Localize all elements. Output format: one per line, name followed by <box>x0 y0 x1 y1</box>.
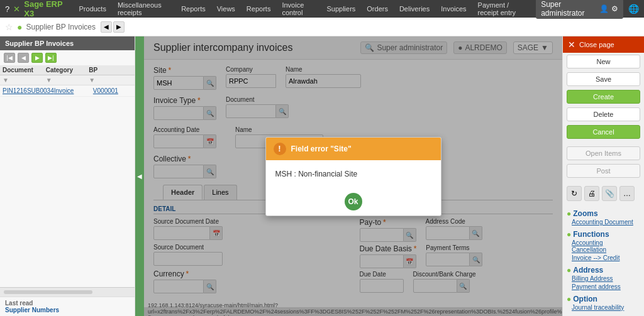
accounting-doc-link[interactable]: Accounting Document <box>567 218 640 226</box>
delete-btn[interactable]: Delete <box>567 107 640 121</box>
scroll-bar[interactable] <box>4 290 92 294</box>
col-category: Category <box>46 67 89 74</box>
filter-category-icon[interactable]: ▼ <box>46 77 89 84</box>
new-btn[interactable]: New <box>567 55 640 68</box>
field-error-modal: ! Field error "Site" MSH : Non-financial… <box>265 137 441 216</box>
nav-misc-receipts[interactable]: Miscellaneous receipts <box>113 0 175 18</box>
supplier-numbers-link[interactable]: Supplier Numbers <box>5 307 130 313</box>
filter-bp-icon[interactable]: ▼ <box>89 77 132 84</box>
main-layout: Supplier BP Invoices |◀ ◀ ▶ ▶| Document … <box>0 36 644 316</box>
option-section: ● Option Journal traceability <box>563 293 644 313</box>
favorites-icon[interactable]: ☆ <box>5 22 13 32</box>
col-document: Document <box>3 67 46 74</box>
save-btn[interactable]: Save <box>567 72 640 86</box>
nav-deliveries[interactable]: Deliveries <box>394 4 435 14</box>
zooms-section: ● Zooms Accounting Document <box>563 207 644 228</box>
item-category[interactable]: Invoice <box>54 87 93 94</box>
close-page-btn[interactable]: ✕ Close page <box>563 36 644 53</box>
info-icon: ● <box>17 22 22 32</box>
post-btn[interactable]: Post <box>567 164 640 178</box>
nav-reports[interactable]: Reports <box>176 4 211 14</box>
filter-row: ▼ ▼ ▼ <box>0 75 135 85</box>
admin-avatar-icon: 👤 <box>599 4 609 13</box>
journal-trace-link[interactable]: Journal traceability <box>567 303 640 312</box>
payment-addr-link[interactable]: Payment address <box>567 283 640 291</box>
top-bar-right: Super administrator 👤 ⚙ 🌐 <box>536 0 639 19</box>
last-read-label: Last read <box>5 300 130 307</box>
cancel-btn[interactable]: Cancel <box>567 125 640 139</box>
selection-section: ● Selection <box>563 313 644 316</box>
list-spacer <box>0 97 135 287</box>
breadcrumb: ☆ ● Supplier BP Invoices <box>5 22 96 32</box>
functions-section: ● Functions Accounting Cancellation Invo… <box>563 228 644 264</box>
nav-payment-receipt[interactable]: Payment / receipt entry <box>473 0 536 18</box>
left-panel-header: Supplier BP Invoices <box>0 36 135 50</box>
modal-warning-icon: ! <box>274 143 286 155</box>
app-logo: Sage ERP X3 <box>24 0 70 18</box>
close-top-icon[interactable]: ✕ <box>13 4 20 14</box>
modal-footer: Ok <box>266 188 441 215</box>
attach-icon[interactable]: 📎 <box>602 186 617 201</box>
top-nav: Products Miscellaneous receipts Reports … <box>74 0 536 18</box>
option-label: Option <box>573 295 597 303</box>
nav-invoice-control[interactable]: Invoice control <box>277 0 320 18</box>
nav-first-btn[interactable]: |◀ <box>4 53 15 63</box>
functions-label: Functions <box>573 230 609 239</box>
right-panel-icons: ↻ 🖨 📎 … <box>563 183 644 204</box>
refresh-icon[interactable]: ↻ <box>567 186 582 201</box>
nav-prev-btn[interactable]: ◀ <box>18 53 29 63</box>
billing-addr-link[interactable]: Billing Address <box>567 275 640 283</box>
list-header: Document Category BP <box>0 65 135 75</box>
nav-orders[interactable]: Orders <box>362 4 393 14</box>
nav-reports2[interactable]: Reports <box>242 4 276 14</box>
col-bp: BP <box>89 67 132 74</box>
admin-settings-icon: ⚙ <box>611 4 618 13</box>
address-label: Address <box>573 266 603 275</box>
top-bar-left: ? ✕ Sage ERP X3 Products Miscellaneous r… <box>5 0 536 18</box>
list-item[interactable]: PIN1216SUB0034 Invoice V000001 <box>0 85 135 97</box>
inv-credit-link[interactable]: Invoice --> Credit <box>567 254 640 262</box>
nav-back-btn[interactable]: ◀ <box>101 21 112 33</box>
modal-header: ! Field error "Site" <box>266 138 441 160</box>
admin-label: Super administrator <box>541 0 597 18</box>
left-panel-footer: Last read Supplier Numbers <box>0 297 135 316</box>
item-bp[interactable]: V000001 <box>93 87 132 94</box>
more-icon[interactable]: … <box>619 186 635 201</box>
zooms-label: Zooms <box>573 209 597 218</box>
left-collapse-btn[interactable]: ◀ <box>135 36 144 316</box>
print-icon[interactable]: 🖨 <box>584 186 599 201</box>
nav-views[interactable]: Views <box>212 4 240 14</box>
nav-products[interactable]: Products <box>74 4 111 14</box>
nav-next-btn[interactable]: ▶ <box>31 53 43 63</box>
close-page-label: Close page <box>579 41 614 48</box>
functions-title[interactable]: ● Functions <box>567 230 640 239</box>
nav-suppliers[interactable]: Suppliers <box>321 4 360 14</box>
acct-cancel-link[interactable]: Accounting Cancellation <box>567 239 640 254</box>
left-panel: Supplier BP Invoices |◀ ◀ ▶ ▶| Document … <box>0 36 135 316</box>
admin-badge: Super administrator 👤 ⚙ <box>536 0 623 19</box>
nav-last-btn[interactable]: ▶| <box>45 53 57 63</box>
globe-icon[interactable]: 🌐 <box>628 4 639 14</box>
nav-invoices[interactable]: Invoices <box>436 4 471 14</box>
modal-ok-button[interactable]: Ok <box>345 193 362 210</box>
top-bar: ? ✕ Sage ERP X3 Products Miscellaneous r… <box>0 0 644 18</box>
modal-title: Field error "Site" <box>291 144 352 153</box>
filter-document-icon[interactable]: ▼ <box>3 77 46 84</box>
second-bar: ☆ ● Supplier BP Invoices ◀ ▶ <box>0 18 644 36</box>
modal-overlay: ! Field error "Site" MSH : Non-financial… <box>144 36 562 316</box>
zooms-title[interactable]: ● Zooms <box>567 209 640 218</box>
option-expand-icon: ● <box>567 295 571 303</box>
functions-expand-icon: ● <box>567 230 571 239</box>
nav-forward-btn[interactable]: ▶ <box>113 21 125 33</box>
scroll-area <box>0 287 135 297</box>
zooms-expand-icon: ● <box>567 209 571 218</box>
item-document[interactable]: PIN1216SUB0034 <box>3 87 54 94</box>
option-title[interactable]: ● Option <box>567 295 640 303</box>
address-expand-icon: ● <box>567 266 571 275</box>
create-btn[interactable]: Create <box>567 90 640 104</box>
help-icon[interactable]: ? <box>5 4 9 14</box>
open-items-btn[interactable]: Open Items <box>567 146 640 160</box>
address-section: ● Address Billing Address Payment addres… <box>563 264 644 293</box>
breadcrumb-text: Supplier BP Invoices <box>26 23 96 31</box>
address-title[interactable]: ● Address <box>567 266 640 275</box>
